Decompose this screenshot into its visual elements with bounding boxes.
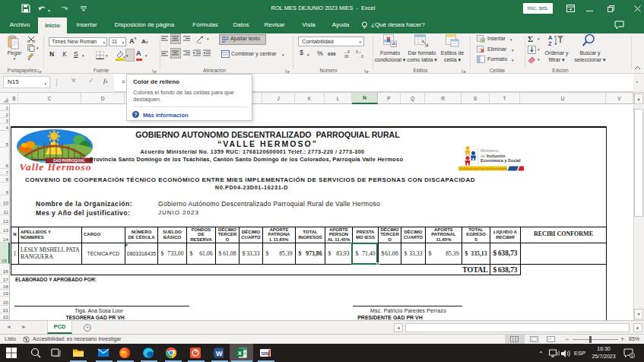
svg-text:←0: ←0 [344,49,350,54]
svg-text:X: X [238,350,243,357]
svg-text:→: → [348,55,352,59]
svg-text:Ministerio: Ministerio [481,148,499,153]
svg-text:5: 5 [631,354,633,358]
svg-text:Z: Z [548,40,552,46]
svg-text:W: W [216,350,223,357]
svg-text:0→: 0→ [356,49,362,54]
svg-text:SRI: SRI [261,351,268,356]
svg-text:Económica y Social: Económica y Social [481,158,521,163]
svg-text:.0: .0 [360,55,363,59]
svg-text:Construyendo juntos una vida d: Construyendo juntos una vida de oportuni… [458,167,507,170]
svg-text:de Inclusión: de Inclusión [481,154,506,158]
svg-text:→: → [356,55,360,59]
